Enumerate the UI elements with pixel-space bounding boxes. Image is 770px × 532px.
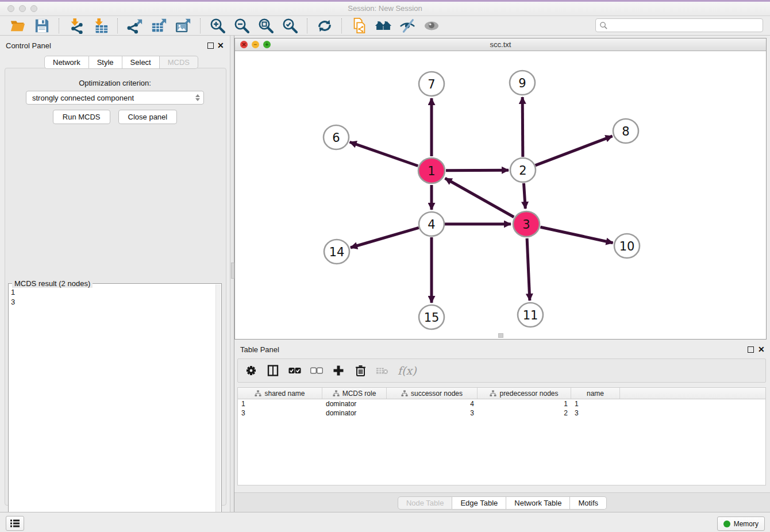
network-resize-grip[interactable] [498,333,503,338]
optimization-criterion-select[interactable]: strongly connected component [26,91,204,105]
tab-network[interactable]: Network [44,56,89,69]
float-panel-icon[interactable] [207,43,214,49]
delete-table-icon-disabled[interactable] [376,364,388,377]
close-table-panel-icon[interactable]: ✕ [758,346,765,353]
table-cell[interactable]: 1 [478,399,571,408]
tab-mcds[interactable]: MCDS [160,56,198,69]
zoom-fit-icon[interactable] [257,17,275,34]
table-cell[interactable]: 3 [387,408,478,418]
table-row[interactable]: 3dominator323 [238,408,765,418]
hierarchy-icon [490,390,496,397]
export-table-icon[interactable] [151,17,168,34]
close-panel-button[interactable]: Close panel [118,110,178,124]
import-network-icon[interactable] [68,17,85,34]
open-folder-icon[interactable] [9,17,26,34]
graph-edge-3-10[interactable] [540,227,613,242]
show-eye-icon[interactable] [423,17,440,34]
graph-node-11[interactable]: 11 [518,303,543,327]
refresh-icon[interactable] [316,17,333,34]
graph-node-14[interactable]: 14 [324,240,349,264]
graph-node-label: 4 [428,218,435,232]
table-cell[interactable]: dominator [322,408,387,418]
graph-edge-2-8[interactable] [536,136,613,165]
search-input[interactable] [608,21,763,30]
export-network-icon[interactable] [126,17,144,34]
graph-node-6[interactable]: 6 [324,125,349,149]
column-header-shared-name[interactable]: shared name [238,388,322,399]
tab-edge-table[interactable]: Edge Table [452,496,506,510]
task-history-button[interactable] [6,516,24,531]
table-settings-gear-icon[interactable] [245,364,257,377]
graph-node-8[interactable]: 8 [613,119,638,143]
table-cell[interactable]: 1 [571,399,620,408]
minimize-window-button[interactable] [19,5,26,12]
graph-node-15[interactable]: 15 [419,305,444,329]
table-cell[interactable]: 2 [478,408,571,418]
graph-edge-1-6[interactable] [350,142,418,166]
graph-edge-2-9[interactable] [522,97,523,157]
graph-edge-1-2[interactable] [446,170,509,171]
table-cell[interactable]: dominator [322,399,387,408]
zoom-in-icon[interactable] [209,17,226,34]
deselect-all-icon[interactable] [310,364,323,377]
table-row[interactable]: 1dominator411 [238,399,765,408]
application-window: Session: New Session [0,0,770,532]
toolbar-separator [307,18,308,33]
delete-column-icon[interactable] [354,364,367,377]
column-header-label: predecessor nodes [499,390,558,398]
home-icon[interactable] [375,17,392,34]
zoom-selected-icon[interactable] [282,17,299,34]
zoom-window-button[interactable] [30,5,37,12]
memory-button[interactable]: Memory [717,516,765,531]
function-builder-icon-disabled[interactable]: f(x) [398,364,417,377]
graph-node-9[interactable]: 9 [510,71,535,95]
graph-edge-3-11[interactable] [527,238,530,300]
tab-network-table[interactable]: Network Table [506,496,570,510]
toolbar-separator [341,18,342,33]
network-window-titlebar[interactable]: ✕ − + scc.txt [235,38,766,51]
panel-splitter[interactable] [230,36,234,512]
close-window-button[interactable] [7,5,14,12]
tab-motifs[interactable]: Motifs [570,496,607,510]
column-header-name[interactable]: name [571,388,620,399]
column-header-MCDS-role[interactable]: MCDS role [322,388,387,399]
network-documents-icon[interactable] [351,17,368,34]
export-image-icon[interactable] [175,17,192,34]
table-cell[interactable]: 3 [238,408,322,418]
column-header-label: MCDS role [342,390,376,398]
column-header-predecessor-nodes[interactable]: predecessor nodes [478,388,571,399]
graph-node-2[interactable]: 2 [510,158,536,182]
table-cell[interactable]: 4 [387,399,478,408]
graph-node-1[interactable]: 1 [418,158,445,183]
tab-node-table[interactable]: Node Table [398,496,453,510]
run-mcds-button[interactable]: Run MCDS [53,110,110,124]
column-header-successor-nodes[interactable]: successor nodes [387,388,478,399]
import-table-icon[interactable] [92,17,109,34]
select-all-icon[interactable] [288,364,301,377]
table-cell[interactable]: 1 [238,399,322,408]
hide-eye-icon[interactable] [399,17,416,34]
tab-select[interactable]: Select [122,56,160,69]
graph-edge-2-3[interactable] [523,183,525,209]
graph-edge-3-1[interactable] [445,178,514,217]
graph-node-3[interactable]: 3 [513,211,540,237]
table-cell[interactable]: 3 [571,408,620,418]
table-toolbar: f(x) [237,358,766,383]
toolbar-separator [59,18,60,33]
graph-node-4[interactable]: 4 [419,212,444,236]
table-panel: Table Panel ✕ [234,342,770,512]
add-column-icon[interactable] [332,364,345,377]
mcds-result-text[interactable]: 1 3 [11,287,214,532]
zoom-out-icon[interactable] [233,17,251,34]
tab-style[interactable]: Style [89,56,122,69]
float-table-panel-icon[interactable] [748,346,754,353]
window-title: Session: New Session [0,2,770,16]
graph-edge-4-14[interactable] [351,228,419,248]
graph-node-10[interactable]: 10 [614,234,640,258]
network-canvas[interactable]: 7968124314101511 [235,51,766,339]
close-panel-icon[interactable]: ✕ [217,42,224,49]
show-columns-icon[interactable] [267,364,279,377]
result-scrollbar[interactable] [215,284,221,532]
save-icon[interactable] [33,17,51,34]
graph-node-7[interactable]: 7 [419,72,444,96]
